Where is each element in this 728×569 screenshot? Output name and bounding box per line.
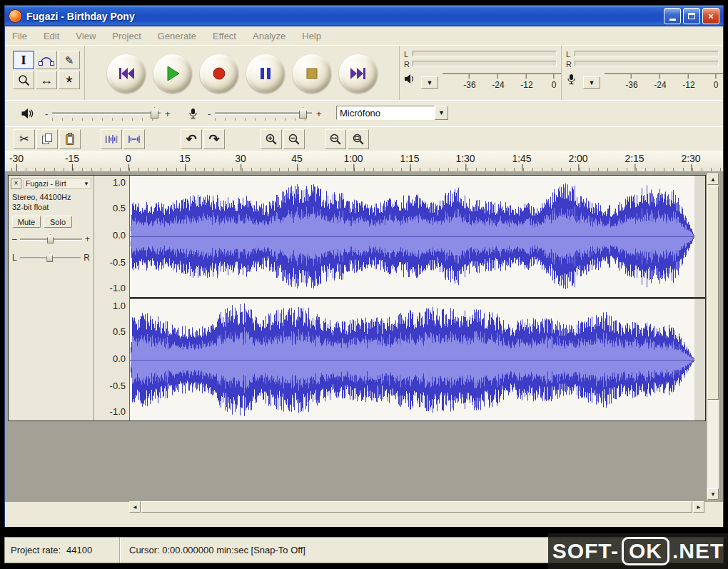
undo-button[interactable]: ↶ <box>181 129 202 149</box>
gain-minus-label: – <box>12 234 17 244</box>
menu-project[interactable]: Project <box>112 31 141 41</box>
ibeam-icon: I <box>21 54 26 67</box>
track-title-menu[interactable]: Fugazi - Birt ▼ <box>24 178 91 189</box>
menu-edit[interactable]: Edit <box>44 31 59 41</box>
scroll-up-button[interactable]: ▲ <box>707 173 719 185</box>
stop-button[interactable] <box>293 54 331 93</box>
zoom-in-icon <box>265 133 278 146</box>
redo-button[interactable]: ↷ <box>203 129 225 149</box>
input-left-meter-bar <box>575 51 719 56</box>
zoom-out-button[interactable] <box>283 129 305 149</box>
title-bar: Fugazi - Birthday Pony × <box>5 6 723 26</box>
play-button[interactable] <box>153 54 192 93</box>
output-right-label: R <box>404 60 410 69</box>
meters: L R ▼ -36 -24 -12 0 <box>400 46 723 101</box>
magnifier-icon <box>18 74 30 86</box>
maximize-button[interactable] <box>683 8 700 24</box>
vertical-scroll-thumb[interactable] <box>707 186 719 400</box>
input-left-label: L <box>566 50 570 59</box>
record-icon <box>211 66 227 81</box>
timeline-ruler[interactable]: -30 -15 0 15 30 45 1:00 1:15 1:30 1:45 2… <box>5 151 723 172</box>
scroll-right-button[interactable]: ► <box>693 501 704 513</box>
waveform-display[interactable] <box>130 176 705 421</box>
output-volume-thumb[interactable] <box>151 107 158 119</box>
timeshift-tool-button[interactable]: ↔ <box>36 71 57 89</box>
silence-button[interactable] <box>123 129 145 149</box>
input-source-select[interactable]: Micrófono ▼ <box>336 106 448 120</box>
input-volume-slider[interactable] <box>215 101 312 126</box>
zoom-out-icon <box>288 133 300 146</box>
minimize-button[interactable] <box>664 8 681 24</box>
horizontal-scroll-thumb[interactable] <box>141 501 692 513</box>
skip-to-start-button[interactable] <box>107 54 146 93</box>
skip-to-end-button[interactable] <box>339 54 378 93</box>
project-rate-value[interactable]: 44100 <box>66 545 92 555</box>
selection-tool-button[interactable]: I <box>13 51 34 69</box>
output-volume-slider[interactable] <box>52 101 161 126</box>
combo-arrow-icon[interactable]: ▼ <box>435 106 448 120</box>
menu-view[interactable]: View <box>76 31 96 41</box>
solo-button[interactable]: Solo <box>44 216 72 228</box>
horizontal-scrollbar[interactable]: ◄ ► <box>129 501 704 513</box>
scroll-down-button[interactable]: ▼ <box>707 488 719 500</box>
output-left-label: L <box>404 50 408 59</box>
vertical-scrollbar[interactable]: ▲ ▼ <box>707 173 719 500</box>
main-toolbar-row: I ✎ ↔ * <box>5 45 723 101</box>
record-button[interactable] <box>200 54 238 93</box>
pause-button[interactable] <box>246 54 285 93</box>
undo-icon: ↶ <box>186 133 196 146</box>
paste-button[interactable] <box>59 129 81 149</box>
pan-slider-thumb[interactable] <box>46 253 53 262</box>
draw-tool-button[interactable]: ✎ <box>59 51 80 69</box>
output-meter-dropdown[interactable]: ▼ <box>421 76 438 89</box>
zoom-tool-button[interactable] <box>13 71 34 89</box>
menu-help[interactable]: Help <box>302 31 321 41</box>
pan-left-label: L <box>12 253 17 263</box>
project-rate-label: Project rate: <box>11 545 61 555</box>
menu-generate[interactable]: Generate <box>158 31 196 41</box>
fit-project-button[interactable] <box>348 129 369 149</box>
zoom-in-button[interactable] <box>261 129 282 149</box>
softok-watermark: SOFT- OK .NET <box>548 533 728 569</box>
copy-icon <box>41 133 54 146</box>
input-volume-thumb[interactable] <box>299 107 307 119</box>
speaker-icon <box>404 74 415 84</box>
menu-analyze[interactable]: Analyze <box>253 31 285 41</box>
scroll-left-button[interactable]: ◄ <box>129 501 141 513</box>
multi-tool-button[interactable]: * <box>59 71 80 89</box>
waveform-left-channel[interactable] <box>130 176 705 297</box>
copy-button[interactable] <box>36 129 58 149</box>
silence-icon <box>128 134 141 145</box>
fit-selection-button[interactable] <box>325 129 346 149</box>
pan-right-label: R <box>84 253 90 263</box>
audacity-window: Fugazi - Birthday Pony × File Edit View … <box>4 5 724 527</box>
gain-slider[interactable] <box>20 233 82 245</box>
input-volume-icon <box>188 101 198 126</box>
input-right-meter-bar <box>575 61 719 66</box>
input-meter-dropdown[interactable]: ▼ <box>583 76 600 89</box>
cut-button[interactable]: ✂ <box>14 129 35 149</box>
stop-icon <box>305 66 319 81</box>
pan-slider[interactable] <box>20 252 81 263</box>
output-meter[interactable]: L R ▼ -36 -24 -12 0 <box>400 46 562 101</box>
fit-project-icon <box>352 133 365 146</box>
waveform-right-channel[interactable] <box>130 299 705 421</box>
watermark-part3: .NET <box>672 539 724 563</box>
pause-icon <box>258 66 273 81</box>
output-meter-scale: -36 -24 -12 0 <box>443 73 561 94</box>
trim-button[interactable] <box>101 129 122 149</box>
input-meter[interactable]: L R ▼ -36 -24 -12 0 <box>562 46 723 101</box>
cursor-position-text: Cursor: 0:00.000000 min:sec [Snap-To Off… <box>129 545 305 555</box>
menu-effect[interactable]: Effect <box>213 31 236 41</box>
gain-slider-thumb[interactable] <box>47 234 54 243</box>
mute-button[interactable]: Mute <box>12 216 41 228</box>
scissors-icon: ✂ <box>19 134 29 145</box>
track-control-panel: × Fugazi - Birt ▼ Stereo, 44100Hz 32-bit… <box>9 176 94 421</box>
menu-file[interactable]: File <box>12 31 27 41</box>
pencil-icon: ✎ <box>65 55 74 66</box>
close-button[interactable]: × <box>702 8 719 24</box>
skip-to-end-icon <box>350 66 367 81</box>
track-close-button[interactable]: × <box>11 178 21 189</box>
envelope-tool-button[interactable] <box>36 51 57 69</box>
trim-icon <box>105 134 118 145</box>
